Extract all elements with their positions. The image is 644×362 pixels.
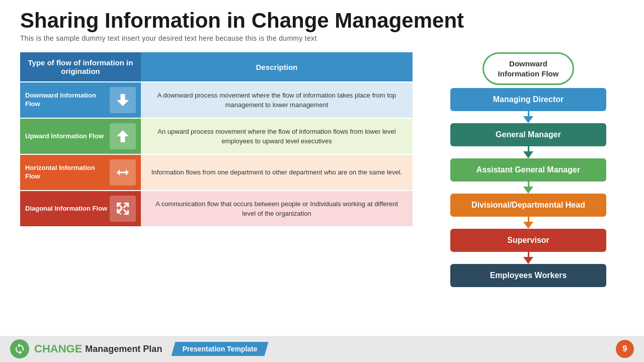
table-header-row: Type of flow of information in originati… — [20, 52, 413, 82]
row-icon — [110, 87, 136, 113]
row-icon — [110, 196, 136, 222]
footer: CHANGE Management Plan Presentation Temp… — [0, 336, 644, 362]
hierarchy-panel: DownwardInformation Flow Managing Direct… — [433, 52, 624, 287]
table-row: Diagonal Information Flow A communicatio… — [20, 191, 413, 227]
hierarchy-box: Supervisor — [450, 229, 606, 252]
arrow-line — [528, 252, 529, 257]
row-desc-cell: A communication flow that occurs between… — [141, 191, 413, 227]
row-desc-cell: Information flows from one department to… — [141, 154, 413, 191]
info-table: Type of flow of information in originati… — [20, 52, 413, 227]
footer-mgmt-label: Management Plan — [85, 344, 162, 354]
row-desc-cell: An upward process movement where the flo… — [141, 118, 413, 154]
row-label-cell: Downward Information Flow — [20, 82, 141, 118]
hierarchy-box: Assistant General Manager — [450, 158, 606, 182]
row-icon — [110, 159, 136, 186]
hierarchy-box: Employees Workers — [450, 264, 606, 287]
table-row: Upward Information Flow An upward proces… — [20, 118, 413, 154]
hierarchy-box: General Manager — [450, 123, 606, 146]
row-label-text: Downward Information Flow — [25, 92, 110, 109]
flow-arrow-connector — [450, 217, 606, 229]
arrow-line — [528, 182, 529, 187]
row-label-text: Diagonal Information Flow — [25, 205, 110, 213]
arrow-head-down — [523, 187, 533, 194]
hierarchy-box: Managing Director — [450, 88, 606, 111]
header: Sharing Information in Change Management… — [0, 0, 644, 45]
table-row: Horizontal Information Flow Information … — [20, 154, 413, 191]
footer-template-label: Presentation Template — [171, 342, 268, 356]
arrow-head-down — [523, 257, 533, 264]
row-label-text: Horizontal Information Flow — [25, 164, 110, 181]
arrow-line — [528, 111, 529, 116]
col1-header: Type of flow of information in originati… — [20, 52, 141, 82]
info-table-panel: Type of flow of information in originati… — [20, 52, 413, 287]
page-title: Sharing Information in Change Management — [20, 9, 624, 32]
arrow-head-down — [523, 116, 533, 123]
row-label-cell: Upward Information Flow — [20, 118, 141, 154]
flow-arrow-connector — [450, 111, 606, 123]
arrow-line — [528, 217, 529, 222]
row-icon — [110, 123, 136, 149]
hierarchy-levels: Managing Director General Manager Assist… — [450, 88, 606, 287]
footer-change-label: CHANGE — [34, 342, 82, 355]
change-icon — [14, 343, 26, 355]
subtitle: This is the sample dummy text insert you… — [20, 34, 624, 42]
flow-arrow-connector — [450, 252, 606, 264]
arrow-head-down — [523, 222, 533, 229]
arrow-line — [528, 146, 529, 151]
footer-logo — [10, 339, 29, 358]
content-area: Type of flow of information in originati… — [0, 45, 644, 287]
row-desc-cell: A downward process movement where the fl… — [141, 82, 413, 118]
row-label-cell: Horizontal Information Flow — [20, 154, 141, 191]
row-label-text: Upward Information Flow — [25, 132, 110, 141]
page-number: 9 — [616, 340, 634, 358]
flow-bubble: DownwardInformation Flow — [482, 52, 575, 85]
col2-header: Description — [141, 52, 413, 82]
table-row: Downward Information Flow A downward pro… — [20, 82, 413, 118]
hierarchy-box: Divisional/Departmental Head — [450, 194, 606, 217]
flow-arrow-connector — [450, 182, 606, 194]
arrow-head-down — [523, 151, 533, 158]
flow-arrow-connector — [450, 146, 606, 158]
row-label-cell: Diagonal Information Flow — [20, 191, 141, 227]
